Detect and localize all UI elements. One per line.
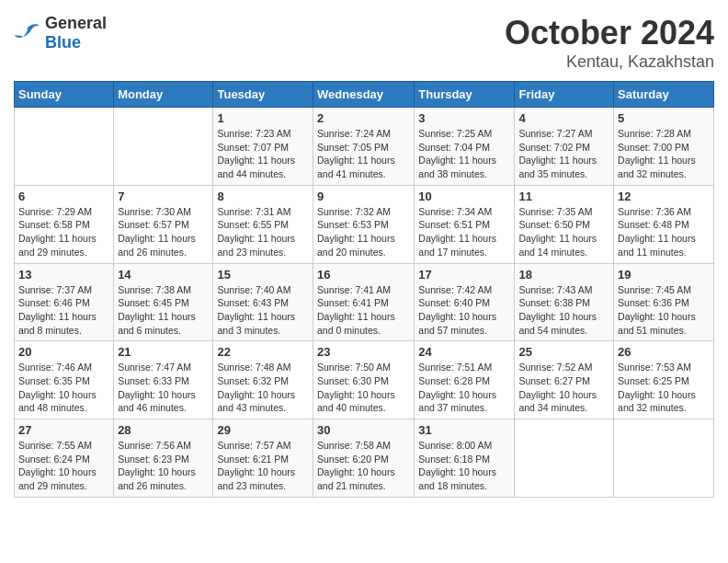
calendar-cell: 5Sunrise: 7:28 AM Sunset: 7:00 PM Daylig… [614, 108, 714, 186]
day-info: Sunrise: 7:52 AM Sunset: 6:27 PM Dayligh… [518, 361, 609, 415]
day-info: Sunrise: 7:50 AM Sunset: 6:30 PM Dayligh… [317, 361, 410, 415]
day-number: 5 [618, 111, 710, 125]
calendar-cell: 6Sunrise: 7:29 AM Sunset: 6:58 PM Daylig… [15, 185, 114, 263]
day-number: 28 [118, 423, 209, 437]
day-number: 12 [618, 190, 710, 203]
day-info: Sunrise: 7:48 AM Sunset: 6:32 PM Dayligh… [217, 361, 309, 415]
day-info: Sunrise: 7:28 AM Sunset: 7:00 PM Dayligh… [618, 127, 710, 181]
day-info: Sunrise: 7:31 AM Sunset: 6:55 PM Dayligh… [217, 205, 309, 259]
calendar-cell: 4Sunrise: 7:27 AM Sunset: 7:02 PM Daylig… [515, 108, 614, 186]
calendar-cell: 19Sunrise: 7:45 AM Sunset: 6:36 PM Dayli… [614, 263, 714, 341]
header: General Blue October 2024 Kentau, Kazakh… [14, 14, 714, 72]
day-info: Sunrise: 7:23 AM Sunset: 7:07 PM Dayligh… [217, 127, 309, 181]
month-title: October 2024 [505, 14, 714, 52]
calendar-cell: 8Sunrise: 7:31 AM Sunset: 6:55 PM Daylig… [213, 185, 313, 263]
calendar-cell: 12Sunrise: 7:36 AM Sunset: 6:48 PM Dayli… [614, 185, 714, 263]
day-number: 13 [18, 268, 109, 282]
calendar-cell: 7Sunrise: 7:30 AM Sunset: 6:57 PM Daylig… [114, 185, 213, 263]
day-number: 6 [18, 190, 109, 203]
calendar-week-row: 27Sunrise: 7:55 AM Sunset: 6:24 PM Dayli… [15, 419, 714, 498]
day-number: 29 [217, 423, 309, 437]
calendar-cell: 21Sunrise: 7:47 AM Sunset: 6:33 PM Dayli… [114, 341, 213, 419]
logo-general: General [45, 14, 107, 32]
day-info: Sunrise: 7:24 AM Sunset: 7:05 PM Dayligh… [317, 127, 410, 181]
day-number: 20 [18, 345, 109, 359]
column-header-saturday: Saturday [614, 82, 714, 108]
day-number: 3 [418, 111, 510, 125]
calendar-cell: 27Sunrise: 7:55 AM Sunset: 6:24 PM Dayli… [15, 419, 114, 498]
calendar-cell: 11Sunrise: 7:35 AM Sunset: 6:50 PM Dayli… [515, 185, 614, 263]
day-number: 4 [518, 111, 609, 125]
calendar-cell [614, 419, 714, 498]
day-info: Sunrise: 7:46 AM Sunset: 6:35 PM Dayligh… [18, 361, 109, 415]
logo-bird-icon [14, 22, 41, 44]
day-info: Sunrise: 7:37 AM Sunset: 6:46 PM Dayligh… [18, 283, 109, 338]
calendar-cell: 31Sunrise: 8:00 AM Sunset: 6:18 PM Dayli… [415, 419, 515, 498]
logo-text: General Blue [45, 14, 107, 52]
calendar-cell: 24Sunrise: 7:51 AM Sunset: 6:28 PM Dayli… [415, 341, 515, 419]
column-header-monday: Monday [114, 82, 213, 108]
day-number: 26 [618, 345, 710, 359]
day-number: 1 [217, 111, 309, 125]
day-info: Sunrise: 7:41 AM Sunset: 6:41 PM Dayligh… [317, 283, 410, 338]
day-number: 7 [118, 190, 209, 203]
logo-blue: Blue [45, 33, 81, 52]
day-number: 23 [317, 345, 410, 359]
column-header-thursday: Thursday [415, 82, 515, 108]
day-number: 14 [118, 268, 209, 282]
location-title: Kentau, Kazakhstan [505, 52, 714, 72]
day-number: 19 [618, 268, 710, 282]
day-number: 8 [217, 190, 309, 203]
day-number: 17 [418, 268, 510, 282]
day-number: 9 [317, 190, 410, 203]
calendar-cell: 25Sunrise: 7:52 AM Sunset: 6:27 PM Dayli… [515, 341, 614, 419]
day-number: 25 [518, 345, 609, 359]
day-info: Sunrise: 7:57 AM Sunset: 6:21 PM Dayligh… [217, 439, 309, 493]
title-section: October 2024 Kentau, Kazakhstan [505, 14, 714, 72]
day-info: Sunrise: 7:34 AM Sunset: 6:51 PM Dayligh… [418, 205, 510, 259]
day-number: 21 [118, 345, 209, 359]
calendar-cell: 28Sunrise: 7:56 AM Sunset: 6:23 PM Dayli… [114, 419, 213, 498]
column-header-sunday: Sunday [15, 82, 114, 108]
column-header-friday: Friday [515, 82, 614, 108]
day-info: Sunrise: 7:25 AM Sunset: 7:04 PM Dayligh… [418, 127, 510, 181]
day-number: 31 [418, 423, 510, 437]
calendar-week-row: 13Sunrise: 7:37 AM Sunset: 6:46 PM Dayli… [15, 263, 714, 341]
calendar-cell: 2Sunrise: 7:24 AM Sunset: 7:05 PM Daylig… [313, 108, 415, 186]
calendar-cell: 17Sunrise: 7:42 AM Sunset: 6:40 PM Dayli… [415, 263, 515, 341]
day-number: 18 [518, 268, 609, 282]
calendar-cell: 15Sunrise: 7:40 AM Sunset: 6:43 PM Dayli… [213, 263, 313, 341]
calendar-cell: 13Sunrise: 7:37 AM Sunset: 6:46 PM Dayli… [15, 263, 114, 341]
day-info: Sunrise: 7:35 AM Sunset: 6:50 PM Dayligh… [518, 205, 609, 259]
calendar-cell: 20Sunrise: 7:46 AM Sunset: 6:35 PM Dayli… [15, 341, 114, 419]
calendar-cell: 3Sunrise: 7:25 AM Sunset: 7:04 PM Daylig… [415, 108, 515, 186]
day-info: Sunrise: 7:32 AM Sunset: 6:53 PM Dayligh… [317, 205, 410, 259]
calendar-body: 1Sunrise: 7:23 AM Sunset: 7:07 PM Daylig… [15, 108, 714, 498]
day-info: Sunrise: 7:36 AM Sunset: 6:48 PM Dayligh… [618, 205, 710, 259]
calendar-cell [515, 419, 614, 498]
day-info: Sunrise: 8:00 AM Sunset: 6:18 PM Dayligh… [418, 439, 510, 493]
day-number: 16 [317, 268, 410, 282]
day-info: Sunrise: 7:53 AM Sunset: 6:25 PM Dayligh… [618, 361, 710, 415]
column-header-tuesday: Tuesday [213, 82, 313, 108]
day-info: Sunrise: 7:45 AM Sunset: 6:36 PM Dayligh… [618, 283, 710, 338]
day-info: Sunrise: 7:27 AM Sunset: 7:02 PM Dayligh… [518, 127, 609, 181]
calendar-week-row: 20Sunrise: 7:46 AM Sunset: 6:35 PM Dayli… [15, 341, 714, 419]
day-number: 27 [18, 423, 109, 437]
day-number: 11 [518, 190, 609, 203]
day-info: Sunrise: 7:58 AM Sunset: 6:20 PM Dayligh… [317, 439, 410, 493]
calendar-table: SundayMondayTuesdayWednesdayThursdayFrid… [14, 81, 714, 498]
calendar-cell: 16Sunrise: 7:41 AM Sunset: 6:41 PM Dayli… [313, 263, 415, 341]
day-number: 10 [418, 190, 510, 203]
calendar-cell: 23Sunrise: 7:50 AM Sunset: 6:30 PM Dayli… [313, 341, 415, 419]
calendar-week-row: 1Sunrise: 7:23 AM Sunset: 7:07 PM Daylig… [15, 108, 714, 186]
day-info: Sunrise: 7:55 AM Sunset: 6:24 PM Dayligh… [18, 439, 109, 493]
day-number: 24 [418, 345, 510, 359]
day-info: Sunrise: 7:38 AM Sunset: 6:45 PM Dayligh… [118, 283, 209, 338]
calendar-cell: 10Sunrise: 7:34 AM Sunset: 6:51 PM Dayli… [415, 185, 515, 263]
day-info: Sunrise: 7:42 AM Sunset: 6:40 PM Dayligh… [418, 283, 510, 338]
day-info: Sunrise: 7:43 AM Sunset: 6:38 PM Dayligh… [518, 283, 609, 338]
calendar-cell: 26Sunrise: 7:53 AM Sunset: 6:25 PM Dayli… [614, 341, 714, 419]
calendar-header-row: SundayMondayTuesdayWednesdayThursdayFrid… [15, 82, 714, 108]
day-info: Sunrise: 7:40 AM Sunset: 6:43 PM Dayligh… [217, 283, 309, 338]
